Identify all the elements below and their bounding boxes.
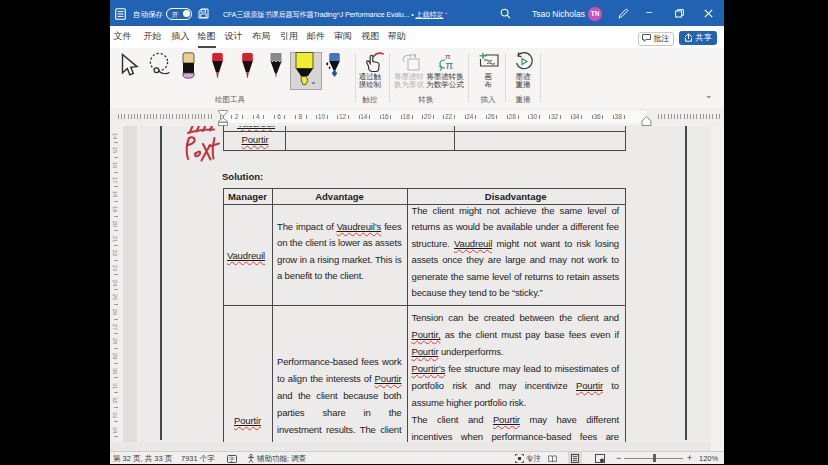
svg-text:π: π bbox=[446, 59, 454, 71]
svg-text:字: 字 bbox=[229, 456, 235, 462]
